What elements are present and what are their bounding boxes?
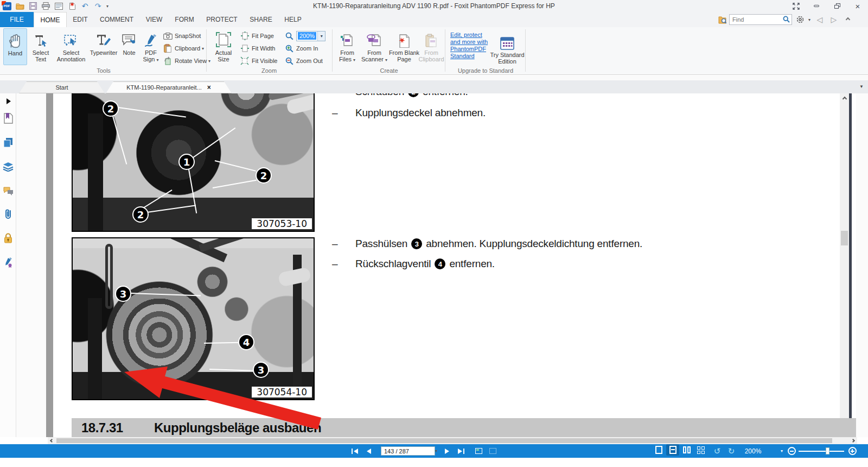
zoom-combobox-caret-icon[interactable]: ▾	[317, 31, 325, 41]
previous-page-button[interactable]	[363, 444, 374, 458]
from-blank-page-button[interactable]: From Blank Page	[390, 28, 419, 65]
try-standard-button[interactable]: Try Standard Edition	[490, 30, 524, 67]
continuous-layout-icon[interactable]	[666, 444, 679, 456]
window-controls: ×	[786, 0, 868, 12]
upgrade-link[interactable]: Edit, protect and more with PhantomPDF S…	[450, 31, 488, 60]
continuous-facing-layout-icon[interactable]	[694, 444, 707, 456]
vertical-scroll-thumb[interactable]	[841, 231, 848, 245]
zoom-out-circle-icon[interactable]	[787, 444, 796, 458]
tab-help[interactable]: HELP	[278, 12, 308, 27]
pdf-sign-button[interactable]: PDF Sign▾	[140, 28, 162, 65]
horizontal-scrollbar[interactable]	[48, 437, 857, 444]
signatures-panel-icon[interactable]	[3, 257, 14, 268]
vertical-scrollbar[interactable]	[840, 93, 849, 437]
single-page-layout-icon[interactable]	[652, 444, 665, 456]
tab-file[interactable]: FILE	[0, 12, 34, 27]
collapse-ribbon-icon[interactable]	[842, 12, 854, 27]
clipboard-button[interactable]: Clipboard ▾	[163, 43, 204, 54]
find-search-icon[interactable]	[783, 16, 790, 23]
select-annotation-button[interactable]: Select Annotation	[54, 28, 88, 65]
snapshot-button[interactable]: SnapShot	[163, 30, 201, 41]
doctab-ktm-document[interactable]: KTM-1190-Reparaturanleit... ×	[106, 81, 232, 93]
fit-visible-button[interactable]: Fit Visible	[240, 55, 277, 66]
photo-texture	[286, 93, 314, 115]
tab-protect[interactable]: PROTECT	[200, 12, 244, 27]
select-text-button[interactable]: Select Text	[28, 28, 53, 65]
page-number-input[interactable]	[381, 446, 435, 456]
tab-home[interactable]: HOME	[34, 12, 67, 27]
zoom-slider-handle[interactable]	[826, 447, 829, 455]
page-number-caret-icon[interactable]: ▾	[435, 449, 437, 453]
horizontal-scroll-thumb[interactable]	[56, 438, 832, 443]
from-scanner-button[interactable]: From Scanner▾	[360, 28, 388, 65]
tab-view[interactable]: VIEW	[139, 12, 169, 27]
rotate-right-icon[interactable]: ↻	[726, 444, 737, 458]
pdf-sign-caret-icon: ▾	[157, 58, 159, 62]
tab-share[interactable]: SHARE	[244, 12, 278, 27]
bookmarks-panel-icon[interactable]	[3, 113, 14, 124]
engine-photo-1: 2 1 2 2 307053-10	[72, 93, 315, 232]
tab-comment[interactable]: COMMENT	[94, 12, 139, 27]
callout-4-inline: 4	[435, 258, 445, 269]
forward-icon[interactable]: ▷	[828, 12, 840, 27]
security-panel-icon[interactable]	[3, 232, 14, 243]
tab-edit[interactable]: EDIT	[67, 12, 94, 27]
red-annotation-arrow	[113, 357, 330, 436]
pages-panel-icon[interactable]	[3, 137, 14, 148]
callout-2c-fig1: 2	[132, 206, 149, 223]
doc-line-3: – Passhülsen 3 abnehmen. Kupplungsdeckel…	[332, 238, 642, 250]
zoom-slider[interactable]	[799, 444, 844, 458]
search-folder-icon[interactable]	[717, 12, 728, 27]
tools-group: Hand Select Text Select Annotation	[2, 27, 205, 75]
doctab-start[interactable]: Start	[19, 81, 105, 93]
from-clipboard-icon	[425, 30, 437, 48]
main-area: – Schrauben 2 entfernen. – Kupplungsdeck…	[0, 93, 868, 437]
actual-size-button[interactable]: Actual Size	[210, 28, 237, 65]
facing-layout-icon[interactable]	[680, 444, 693, 456]
back-icon[interactable]: ◁	[814, 12, 826, 27]
tab-form[interactable]: FORM	[169, 12, 200, 27]
fit-width-icon	[240, 44, 250, 53]
minimize-icon[interactable]	[806, 0, 827, 12]
scroll-left-icon[interactable]	[48, 437, 56, 444]
layers-panel-icon[interactable]	[3, 161, 14, 172]
attachments-panel-icon[interactable]	[3, 209, 14, 219]
expand-panel-icon[interactable]	[3, 96, 14, 106]
comments-panel-icon[interactable]	[3, 186, 14, 197]
last-page-button[interactable]	[455, 444, 468, 458]
gear-icon[interactable]	[794, 12, 806, 27]
page-edge-shadow	[46, 93, 53, 437]
fit-page-button[interactable]: Fit Page	[240, 30, 274, 41]
zoom-group-label: Zoom	[207, 67, 331, 74]
close-icon[interactable]: ×	[847, 0, 868, 12]
note-button[interactable]: Note	[119, 28, 139, 65]
status-zoom-caret-icon[interactable]: ▾	[778, 444, 786, 458]
rotate-left-icon[interactable]: ↺	[712, 444, 723, 458]
next-page-button[interactable]	[442, 444, 452, 458]
tab-overflow-caret-icon[interactable]: ▼	[859, 84, 864, 89]
zoom-in-button[interactable]: Zoom In	[284, 43, 318, 54]
fit-visible-icon	[240, 56, 250, 65]
zoom-in-circle-icon[interactable]	[847, 444, 857, 458]
from-files-icon	[340, 30, 355, 48]
typewriter-button[interactable]: Typewriter	[89, 28, 118, 65]
from-files-button[interactable]: From Files▾	[335, 28, 359, 65]
pdf-sign-icon	[144, 30, 158, 48]
status-zoom-value[interactable]: 200%	[741, 444, 765, 458]
fit-width-button[interactable]: Fit Width	[240, 43, 275, 54]
restore-icon[interactable]	[827, 0, 847, 12]
fullscreen-icon[interactable]	[786, 0, 806, 12]
first-page-button[interactable]	[348, 444, 361, 458]
close-tab-icon[interactable]: ×	[207, 84, 211, 91]
zoom-out-button[interactable]: Zoom Out	[284, 55, 323, 66]
scroll-right-icon[interactable]	[849, 437, 857, 444]
scroll-up-icon[interactable]	[840, 94, 849, 103]
rotate-view-button[interactable]: Rotate View ▾	[163, 55, 210, 66]
gear-caret-icon[interactable]: ▾	[806, 12, 813, 27]
upgrade-group: Edit, protect and more with PhantomPDF S…	[446, 27, 525, 75]
hand-tool-button[interactable]: Hand	[3, 28, 27, 65]
zoom-combobox[interactable]: 200% ▾	[296, 31, 326, 41]
previous-view-icon[interactable]	[473, 444, 484, 458]
next-view-icon	[487, 444, 498, 458]
figure-1-number: 307053-10	[252, 218, 312, 229]
